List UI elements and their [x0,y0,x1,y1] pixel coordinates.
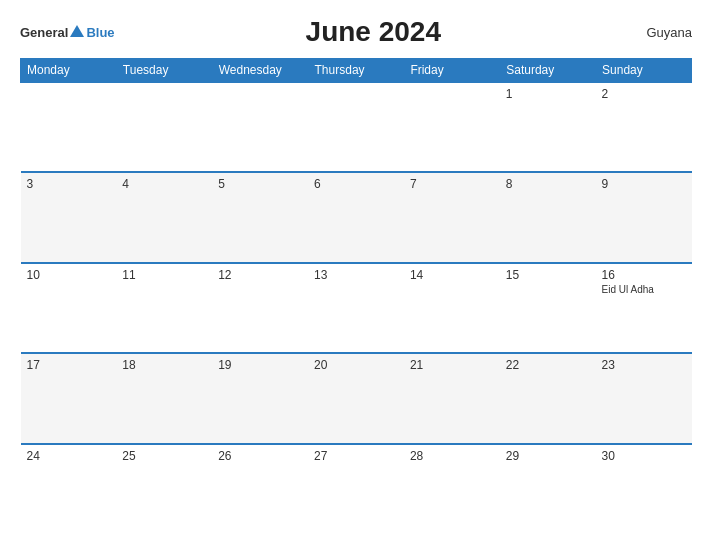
logo-general-text: General [20,26,68,39]
day-number: 2 [602,87,686,101]
weekday-header-wednesday: Wednesday [212,59,308,83]
day-number: 9 [602,177,686,191]
calendar-cell: 26 [212,444,308,534]
day-number: 11 [122,268,206,282]
calendar-cell: 17 [21,353,117,443]
calendar-cell: 24 [21,444,117,534]
day-number: 26 [218,449,302,463]
calendar-cell [212,82,308,172]
calendar-title: June 2024 [115,16,632,48]
calendar-cell: 22 [500,353,596,443]
calendar-cell: 6 [308,172,404,262]
day-number: 25 [122,449,206,463]
day-number: 17 [27,358,111,372]
day-number: 28 [410,449,494,463]
country-label: Guyana [632,25,692,40]
calendar-cell: 10 [21,263,117,353]
calendar-cell: 2 [596,82,692,172]
calendar-cell: 9 [596,172,692,262]
day-number: 23 [602,358,686,372]
weekday-header-saturday: Saturday [500,59,596,83]
calendar-cell: 15 [500,263,596,353]
day-number: 16 [602,268,686,282]
calendar-cell: 5 [212,172,308,262]
calendar-cell: 19 [212,353,308,443]
calendar-cell: 12 [212,263,308,353]
logo-triangle-icon [70,25,84,37]
calendar-cell: 28 [404,444,500,534]
calendar-cell [404,82,500,172]
calendar-cell: 7 [404,172,500,262]
page-header: General Blue June 2024 Guyana [20,16,692,48]
day-number: 18 [122,358,206,372]
calendar-cell: 4 [116,172,212,262]
calendar-cell: 13 [308,263,404,353]
day-number: 6 [314,177,398,191]
day-number: 1 [506,87,590,101]
calendar-cell [116,82,212,172]
calendar-cell: 27 [308,444,404,534]
calendar-header: MondayTuesdayWednesdayThursdayFridaySatu… [21,59,692,83]
calendar-week-row: 12 [21,82,692,172]
calendar-cell: 30 [596,444,692,534]
calendar-week-row: 24252627282930 [21,444,692,534]
day-number: 27 [314,449,398,463]
day-number: 29 [506,449,590,463]
calendar-cell: 18 [116,353,212,443]
calendar-cell: 3 [21,172,117,262]
day-number: 24 [27,449,111,463]
day-number: 19 [218,358,302,372]
day-number: 14 [410,268,494,282]
logo-blue-text: Blue [86,26,114,39]
calendar-table: MondayTuesdayWednesdayThursdayFridaySatu… [20,58,692,534]
day-number: 5 [218,177,302,191]
calendar-cell [308,82,404,172]
day-number: 8 [506,177,590,191]
weekday-header-row: MondayTuesdayWednesdayThursdayFridaySatu… [21,59,692,83]
calendar-cell: 16Eid Ul Adha [596,263,692,353]
calendar-cell: 29 [500,444,596,534]
day-number: 22 [506,358,590,372]
weekday-header-tuesday: Tuesday [116,59,212,83]
weekday-header-friday: Friday [404,59,500,83]
weekday-header-thursday: Thursday [308,59,404,83]
holiday-label: Eid Ul Adha [602,284,686,295]
day-number: 20 [314,358,398,372]
calendar-week-row: 3456789 [21,172,692,262]
day-number: 15 [506,268,590,282]
calendar-cell [21,82,117,172]
day-number: 10 [27,268,111,282]
day-number: 13 [314,268,398,282]
calendar-week-row: 10111213141516Eid Ul Adha [21,263,692,353]
calendar-cell: 1 [500,82,596,172]
calendar-week-row: 17181920212223 [21,353,692,443]
calendar-body: 12345678910111213141516Eid Ul Adha171819… [21,82,692,534]
day-number: 30 [602,449,686,463]
weekday-header-sunday: Sunday [596,59,692,83]
logo: General Blue [20,26,115,39]
day-number: 7 [410,177,494,191]
calendar-cell: 14 [404,263,500,353]
day-number: 3 [27,177,111,191]
weekday-header-monday: Monday [21,59,117,83]
calendar-cell: 23 [596,353,692,443]
calendar-cell: 21 [404,353,500,443]
day-number: 21 [410,358,494,372]
calendar-cell: 25 [116,444,212,534]
day-number: 12 [218,268,302,282]
calendar-cell: 11 [116,263,212,353]
day-number: 4 [122,177,206,191]
calendar-cell: 8 [500,172,596,262]
calendar-cell: 20 [308,353,404,443]
